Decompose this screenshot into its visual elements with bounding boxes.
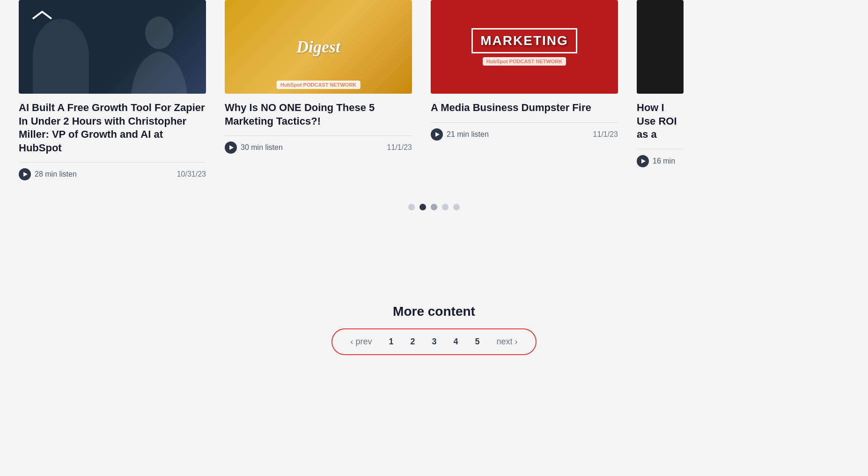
hubspot-badge-2: HubSpot PODCAST NETWORK: [277, 81, 360, 89]
card-1-title: AI Built A Free Growth Tool For Zapier I…: [19, 101, 206, 155]
digest-label: Digest: [296, 37, 340, 57]
card-3-duration: 21 min listen: [447, 130, 489, 139]
card-3-thumbnail: MARKETING HubSpot PODCAST NETWORK: [431, 0, 618, 94]
card-1-date: 10/31/23: [177, 170, 206, 178]
card-2-thumbnail: Digest HubSpot PODCAST NETWORK: [225, 0, 412, 94]
next-button[interactable]: next ›: [493, 335, 522, 349]
page-3-button[interactable]: 3: [428, 335, 440, 349]
card-1-thumbnail: [19, 0, 206, 94]
hubspot-badge-3: HubSpot PODCAST NETWORK: [483, 57, 566, 66]
card-1-meta: 28 min listen 10/31/23: [19, 162, 206, 180]
page-5-button[interactable]: 5: [471, 335, 484, 349]
page-2-button[interactable]: 2: [406, 335, 419, 349]
card-4-duration: 16 min: [653, 157, 675, 165]
podcast-card-1: AI Built A Free Growth Tool For Zapier I…: [9, 0, 215, 190]
person-silhouette: [122, 9, 197, 94]
prev-button[interactable]: ‹ prev: [346, 335, 375, 349]
carousel-dot-1[interactable]: [408, 204, 415, 210]
podcast-card-3: MARKETING HubSpot PODCAST NETWORK A Medi…: [421, 0, 627, 150]
card-4-title: How I Use ROI as a: [637, 101, 684, 141]
carousel-dot-3[interactable]: [431, 204, 437, 210]
card-3-meta: 21 min listen 11/1/23: [431, 122, 618, 141]
pagination-container: ‹ prev 1 2 3 4 5 next ›: [331, 328, 536, 355]
card-2-meta: 30 min listen 11/1/23: [225, 135, 412, 154]
page-container: AI Built A Free Growth Tool For Zapier I…: [0, 0, 868, 374]
podcast-card-2: Digest HubSpot PODCAST NETWORK Why Is NO…: [215, 0, 421, 163]
card-3-listen-info: 21 min listen: [431, 128, 489, 141]
marketing-text: MARKETING: [471, 28, 577, 53]
card-4-listen-info: 16 min: [637, 155, 675, 167]
more-content-title: More content: [393, 304, 475, 319]
play-icon-4[interactable]: [637, 155, 649, 167]
carousel-dot-4[interactable]: [442, 204, 449, 210]
card-4-thumbnail: [637, 0, 684, 94]
page-4-button[interactable]: 4: [450, 335, 462, 349]
svg-point-0: [145, 16, 173, 49]
card-2-title: Why Is NO ONE Doing These 5 Marketing Ta…: [225, 101, 412, 128]
page-1-button[interactable]: 1: [385, 335, 397, 349]
play-icon-3[interactable]: [431, 128, 443, 141]
carousel-dot-2[interactable]: [419, 204, 426, 210]
carousel-dots: [0, 190, 868, 238]
more-content-section: More content ‹ prev 1 2 3 4 5 next ›: [0, 295, 868, 374]
card-2-date: 11/1/23: [387, 143, 412, 152]
play-icon-1[interactable]: [19, 168, 31, 180]
play-icon-2[interactable]: [225, 141, 237, 154]
carousel-dot-5[interactable]: [453, 204, 460, 210]
mid-spacer: [0, 238, 868, 295]
card-2-listen-info: 30 min listen: [225, 141, 283, 154]
cards-row: AI Built A Free Growth Tool For Zapier I…: [0, 0, 868, 190]
card-1-duration: 28 min listen: [35, 170, 77, 178]
podcast-card-4-partial: How I Use ROI as a 16 min: [627, 0, 684, 177]
card-1-listen-info: 28 min listen: [19, 168, 77, 180]
card-3-date: 11/1/23: [593, 130, 618, 139]
card-2-duration: 30 min listen: [241, 143, 283, 152]
amazon-arrow-logo: [28, 9, 56, 28]
card-3-title: A Media Business Dumpster Fire: [431, 101, 618, 115]
card-4-meta: 16 min: [637, 149, 684, 167]
